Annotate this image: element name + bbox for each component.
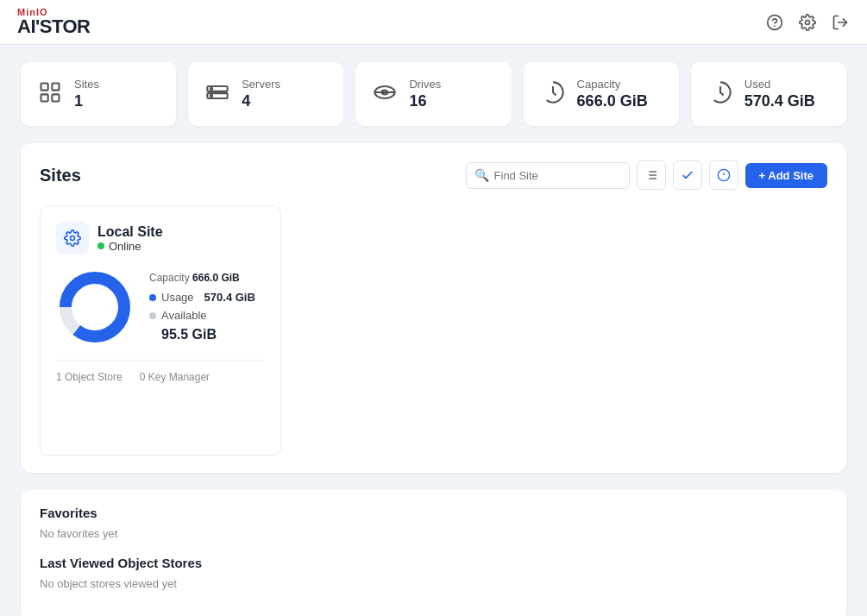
favorites-empty: No favorites yet [40,527,827,540]
drives-icon [373,80,397,108]
header-actions [765,13,850,32]
sites-label: Sites [74,78,99,91]
used-value: 570.4 GiB [744,92,815,110]
donut-chart [56,268,134,346]
app-logo: MinIO AI'STOR [17,8,90,36]
svg-point-24 [71,236,75,241]
site-status: Online [97,240,163,253]
drives-label: Drives [409,78,441,91]
sites-section: Sites 🔍 + Add Site [21,143,846,473]
site-body: Capacity 666.0 GiB Usage 570.4 GiB Avail… [56,268,265,346]
aistor-label: AI'STOR [17,17,90,36]
stats-row: Sites 1 Servers 4 Drives 16 [21,62,846,126]
drives-value: 16 [409,92,441,110]
search-input[interactable] [466,162,630,189]
capacity-value: 666.0 GiB [577,92,648,110]
usage-val: 570.4 GiB [204,291,255,304]
stat-text-sites: Sites 1 [74,78,99,110]
servers-value: 4 [242,92,280,110]
key-managers-count: 0 Key Manager [140,371,210,383]
capacity-text: Capacity [149,272,190,284]
svg-point-10 [210,88,212,90]
site-name: Local Site [97,224,163,240]
svg-rect-7 [52,94,59,101]
sites-title: Sites [40,166,81,185]
site-card: Local Site Online [40,205,281,456]
sites-controls: 🔍 + Add Site [466,160,827,190]
used-label: Used [744,78,815,91]
info-button[interactable] [709,160,738,190]
sites-icon [38,80,62,108]
site-name-status: Local Site Online [97,224,163,253]
capacity-val: 666.0 GiB [192,272,240,284]
capacity-row: Capacity 666.0 GiB [149,272,265,284]
search-icon: 🔍 [474,168,489,182]
available-row: Available [149,309,265,322]
svg-point-2 [806,20,810,24]
stat-text-servers: Servers 4 [242,78,280,110]
app-header: MinIO AI'STOR [0,0,867,45]
available-dot [149,312,156,319]
usage-label: Usage [161,291,194,304]
site-card-icon [56,222,89,255]
favorites-heading: Favorites [40,506,827,520]
capacity-icon [541,80,565,108]
lower-section: Favorites No favorites yet Last Viewed O… [21,490,846,616]
stat-text-capacity: Capacity 666.0 GiB [577,78,648,110]
add-site-button[interactable]: + Add Site [745,163,827,188]
available-val: 95.5 GiB [161,327,217,342]
status-label: Online [109,240,141,253]
site-stats: Capacity 666.0 GiB Usage 570.4 GiB Avail… [149,272,265,343]
stat-text-drives: Drives 16 [409,78,441,110]
search-wrap: 🔍 [466,162,630,189]
main-content: Sites 1 Servers 4 Drives 16 [0,45,867,616]
object-stores-count: 1 Object Store [56,371,123,383]
svg-rect-6 [41,94,48,101]
filter-check-button[interactable] [673,160,702,190]
svg-point-11 [210,95,212,97]
last-viewed-empty: No object stores viewed yet [40,577,827,590]
last-viewed-heading: Last Viewed Object Stores [40,556,827,570]
stat-card-sites: Sites 1 [21,62,176,126]
settings-icon[interactable] [798,13,817,32]
servers-icon [205,80,229,108]
sort-button[interactable] [637,160,666,190]
available-val-row: 95.5 GiB [149,327,265,343]
svg-rect-4 [41,84,48,91]
help-icon[interactable] [765,13,784,32]
servers-label: Servers [242,78,280,91]
status-dot [97,242,104,249]
logout-icon[interactable] [831,13,850,32]
available-label: Available [161,309,207,322]
usage-row: Usage 570.4 GiB [149,291,265,304]
stat-text-used: Used 570.4 GiB [744,78,815,110]
usage-dot [149,294,156,301]
site-card-header: Local Site Online [56,222,265,255]
sites-header: Sites 🔍 + Add Site [40,160,827,190]
site-footer: 1 Object Store 0 Key Manager [56,360,265,383]
sites-value: 1 [74,92,99,110]
capacity-label: Capacity [577,78,648,91]
stat-card-drives: Drives 16 [355,62,511,126]
stat-card-servers: Servers 4 [188,62,343,126]
svg-rect-5 [52,84,59,91]
stat-card-used: Used 570.4 GiB [691,62,846,126]
stat-card-capacity: Capacity 666.0 GiB [524,62,679,126]
used-icon [708,80,732,108]
